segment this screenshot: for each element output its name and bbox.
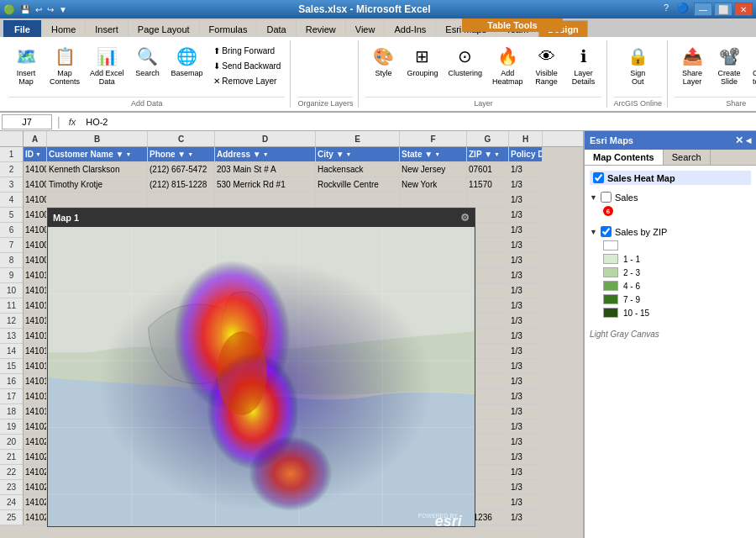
- cell-4g[interactable]: [467, 193, 509, 208]
- sign-out-btn[interactable]: 🔒 SignOut: [620, 40, 655, 89]
- minimize-icon[interactable]: 🔵: [674, 3, 692, 16]
- cell-4c[interactable]: [148, 193, 215, 208]
- col-header-c[interactable]: C: [148, 131, 215, 146]
- cell-3g[interactable]: 11570: [467, 177, 509, 193]
- cell-1h[interactable]: Policy D: [509, 147, 543, 162]
- col-header-g[interactable]: G: [467, 131, 509, 146]
- minimize-btn[interactable]: —: [694, 3, 712, 16]
- expand-zip-icon[interactable]: ▼: [590, 228, 597, 236]
- cell-2b[interactable]: Kenneth Clarskson: [47, 162, 148, 177]
- col-header-e[interactable]: E: [316, 131, 400, 146]
- cell-4h[interactable]: 1/3: [509, 193, 543, 208]
- col-header-b[interactable]: B: [47, 131, 148, 146]
- cell-3c[interactable]: (212) 815-1228: [148, 177, 215, 193]
- col-header-d[interactable]: D: [215, 131, 316, 146]
- insert-map-label: InsertMap: [17, 70, 36, 87]
- grouping-icon: ⊞: [409, 43, 436, 70]
- col-header-a[interactable]: A: [24, 131, 47, 146]
- row-num-7: 7: [0, 238, 23, 253]
- add-heatmap-btn[interactable]: 🔥 AddHeatmap: [488, 40, 528, 89]
- cell-25a[interactable]: 141026: [24, 510, 47, 525]
- cell-2f[interactable]: New Jersey: [400, 162, 467, 177]
- cell-2h[interactable]: 1/3: [509, 162, 543, 177]
- tab-formulas[interactable]: Formulas: [200, 20, 257, 37]
- tab-view[interactable]: View: [346, 20, 385, 37]
- cell-4f[interactable]: [400, 193, 467, 208]
- tab-home[interactable]: Home: [42, 20, 85, 37]
- style-btn[interactable]: 🎨 Style: [365, 40, 401, 81]
- cell-2c[interactable]: (212) 667-5472: [148, 162, 215, 177]
- cell-3e[interactable]: Rockville Centre: [316, 177, 400, 193]
- cell-3d[interactable]: 530 Merrick Rd #1: [215, 177, 316, 193]
- formula-input[interactable]: [82, 114, 754, 129]
- cell-2e[interactable]: Hackensack: [316, 162, 400, 177]
- expand-sales-icon[interactable]: ▼: [590, 193, 597, 202]
- grouping-btn[interactable]: ⊞ Grouping: [402, 40, 442, 81]
- name-box[interactable]: [2, 114, 52, 129]
- cell-2a[interactable]: 141003: [24, 162, 47, 177]
- cell-1e[interactable]: City ▼: [316, 147, 400, 162]
- tab-search[interactable]: Search: [664, 150, 711, 165]
- layer-details-btn[interactable]: ℹ LayerDetails: [566, 40, 601, 89]
- sales-layer-checkbox[interactable]: [601, 192, 612, 203]
- row-num-16: 16: [0, 374, 23, 389]
- cell-4e[interactable]: [316, 193, 400, 208]
- redo-quick-btn[interactable]: ↪: [45, 4, 55, 15]
- cell-3a[interactable]: 141004: [24, 177, 47, 193]
- cell-4d[interactable]: [215, 193, 316, 208]
- map-contents-btn[interactable]: 📋 MapContents: [45, 40, 84, 89]
- share-layer-btn[interactable]: 📤 ShareLayer: [675, 40, 710, 89]
- col-header-h[interactable]: H: [509, 131, 543, 146]
- copy-image-btn[interactable]: 📷 Copy Imageto Clipboard: [748, 40, 756, 89]
- sales-heat-map-checkbox[interactable]: [593, 172, 604, 183]
- map-content[interactable]: POWERED BY esri: [48, 227, 475, 526]
- cell-3f[interactable]: New York: [400, 177, 467, 193]
- add-excel-data-btn[interactable]: 📊 Add ExcelData: [86, 40, 129, 89]
- cell-1b[interactable]: Customer Name ▼: [47, 147, 148, 162]
- tab-map-contents[interactable]: Map Contents: [585, 150, 664, 165]
- esri-tabs: Map Contents Search: [585, 150, 756, 166]
- send-backward-btn[interactable]: ⬇ Send Backward: [209, 59, 286, 73]
- cell-4a[interactable]: 141005: [24, 193, 47, 208]
- legend-4-6: 4 - 6: [590, 279, 751, 293]
- sales-layer-label: Sales: [615, 193, 638, 203]
- cell-1d[interactable]: Address ▼: [215, 147, 316, 162]
- bring-forward-btn[interactable]: ⬆ Bring Forward: [209, 44, 286, 58]
- tab-data[interactable]: Data: [257, 20, 295, 37]
- basemap-btn[interactable]: 🌐 Basemap: [167, 40, 207, 81]
- map-gear-icon[interactable]: ⚙: [460, 212, 470, 224]
- cell-1c[interactable]: Phone ▼: [148, 147, 215, 162]
- tab-addins[interactable]: Add-Ins: [385, 20, 435, 37]
- create-slide-btn[interactable]: 📽️ CreateSlide: [711, 40, 747, 89]
- clustering-btn[interactable]: ⊙ Clustering: [444, 40, 487, 81]
- visible-range-btn[interactable]: 👁 VisibleRange: [529, 40, 564, 89]
- col-header-f[interactable]: F: [400, 131, 467, 146]
- cell-1a[interactable]: ID: [24, 147, 47, 162]
- restore-btn[interactable]: ⬜: [714, 3, 732, 16]
- remove-layer-btn[interactable]: ✕ Remove Layer: [209, 74, 286, 88]
- cell-1g[interactable]: ZIP ▼: [467, 147, 509, 162]
- insert-map-btn[interactable]: 🗺️ InsertMap: [8, 40, 44, 89]
- cell-3h[interactable]: 1/3: [509, 177, 543, 193]
- close-btn[interactable]: ✕: [734, 3, 753, 16]
- cell-1f[interactable]: State ▼: [400, 147, 467, 162]
- cell-4b[interactable]: [47, 193, 148, 208]
- tab-review[interactable]: Review: [297, 20, 345, 37]
- esri-panel-header: Esri Maps ✕ ◂: [585, 131, 756, 150]
- esri-panel-close-btn[interactable]: ✕ ◂: [735, 134, 751, 146]
- tab-file[interactable]: File: [3, 20, 41, 37]
- cell-3b[interactable]: Timothy Krotje: [47, 177, 148, 193]
- cell-25h[interactable]: 1/3: [509, 510, 543, 525]
- cell-2d[interactable]: 203 Main St # A: [215, 162, 316, 177]
- sales-zip-checkbox[interactable]: [601, 226, 612, 237]
- help-icon[interactable]: ?: [660, 3, 672, 16]
- title-bar: 🟢 💾 ↩ ↪ ▼ Sales.xlsx - Microsoft Excel ?…: [0, 0, 756, 18]
- save-quick-btn[interactable]: 💾: [18, 4, 32, 15]
- undo-quick-btn[interactable]: ↩: [34, 4, 44, 15]
- cell-2g[interactable]: 07601: [467, 162, 509, 177]
- arcgis-buttons: 🔒 SignOut: [620, 40, 655, 97]
- search-btn[interactable]: 🔍 Search: [130, 40, 165, 81]
- customize-quick-btn[interactable]: ▼: [57, 4, 69, 15]
- tab-page-layout[interactable]: Page Layout: [129, 20, 199, 37]
- tab-insert[interactable]: Insert: [86, 20, 128, 37]
